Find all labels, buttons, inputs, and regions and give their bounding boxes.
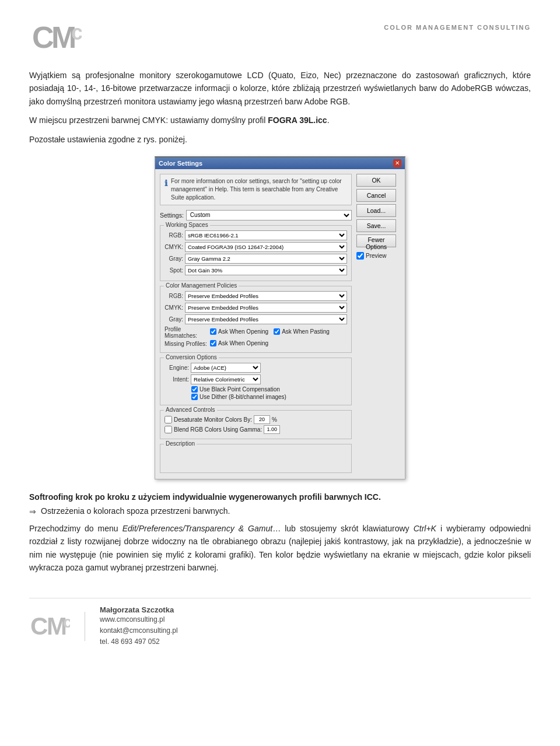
intent-label: Intent: <box>164 376 189 383</box>
conversion-title: Conversion Options <box>164 354 219 360</box>
engine-dropdown[interactable]: Adobe (ACE) <box>191 363 261 373</box>
footer-logo-icon: C M c <box>29 610 70 642</box>
logo-icon: C M c <box>29 17 82 58</box>
ok-button[interactable]: OK <box>356 174 396 187</box>
advanced-section: Advanced Controls Desaturate Monitor Col… <box>160 410 352 439</box>
arrow-item: ⇒ Ostrzeżenia o kolorach spoza przestrze… <box>29 506 531 516</box>
desaturate-row: Desaturate Monitor Colors By: % <box>164 415 347 424</box>
ask-opening-text: Ask When Opening <box>218 328 268 335</box>
desaturate-checkbox[interactable] <box>164 416 172 423</box>
ask-opening2-checkbox-label: Ask When Opening <box>210 340 268 346</box>
conversion-content: Engine: Adobe (ACE) Intent: Relative Col… <box>164 363 347 400</box>
use-dither-checkbox-label: Use Dither (8-bit/channel images) <box>191 394 347 400</box>
description-title: Description <box>164 440 197 447</box>
ask-opening2-checkbox[interactable] <box>210 340 216 346</box>
svg-text:C: C <box>32 20 54 54</box>
ws-cmyk-row: CMYK: Coated FOGRA39 (ISO 12647-2:2004) <box>164 242 347 252</box>
dialog-container: Color Settings ✕ ℹ For more information … <box>29 156 531 479</box>
cm-cmyk-label: CMYK: <box>164 304 183 311</box>
blend-input[interactable] <box>264 425 280 434</box>
profile-mismatches-row: Profile Mismatches: Ask When Opening Ask… <box>164 326 347 339</box>
blend-row: Blend RGB Colors Using Gamma: <box>164 425 347 434</box>
settings-label: Settings: <box>160 212 184 219</box>
ws-gray-row: Gray: Gray Gamma 2.2 <box>164 254 347 264</box>
use-black-checkbox-label: Use Black Point Compensation <box>191 386 347 393</box>
dialog-close-button[interactable]: ✕ <box>393 159 401 167</box>
color-management-section: Color Management Policies RGB: Preserve … <box>160 286 352 353</box>
intro-para1: Wyjątkiem są profesjonalne monitory szer… <box>29 69 531 108</box>
info-text: For more information on color settings, … <box>171 177 347 202</box>
arrow-icon: ⇒ <box>29 507 36 516</box>
dialog-titlebar: Color Settings ✕ <box>155 157 405 169</box>
settings-dropdown[interactable]: Custom <box>186 210 352 220</box>
intent-row: Intent: Relative Colorimetric <box>164 374 347 384</box>
intro-para3: Pozostałe ustawienia zgodne z rys. poniż… <box>29 133 531 146</box>
color-management-title: Color Management Policies <box>164 282 239 289</box>
profile-mismatches-label: Profile Mismatches: <box>164 326 208 339</box>
ask-pasting-checkbox[interactable] <box>274 328 280 335</box>
ask-pasting-text: Ask When Pasting <box>282 328 330 335</box>
cm-cmyk-row: CMYK: Preserve Embedded Profiles <box>164 303 347 313</box>
cm-gray-dropdown[interactable]: Preserve Embedded Profiles <box>185 314 347 324</box>
ws-rgb-label: RGB: <box>164 232 183 239</box>
fewer-options-button[interactable]: Fewer Options <box>356 234 396 247</box>
page-header: C M c COLOR MANAGEMENT CONSULTING <box>29 17 531 58</box>
working-spaces-section: Working Spaces RGB: sRGB IEC61966-2.1 CM… <box>160 225 352 281</box>
blend-label: Blend RGB Colors Using Gamma: <box>174 426 262 433</box>
preview-checkbox[interactable] <box>356 252 364 260</box>
save-button[interactable]: Save... <box>356 219 396 232</box>
footer: C M c Małgorzata Szczotka www.cmconsulti… <box>29 598 531 648</box>
cm-rgb-row: RGB: Preserve Embedded Profiles <box>164 291 347 301</box>
dialog-left-panel: ℹ For more information on color settings… <box>160 174 352 474</box>
ask-opening2-text: Ask When Opening <box>218 340 268 346</box>
cm-rgb-label: RGB: <box>164 293 183 299</box>
ws-gray-dropdown[interactable]: Gray Gamma 2.2 <box>185 254 347 264</box>
desaturate-input[interactable] <box>254 415 270 424</box>
info-box: ℹ For more information on color settings… <box>160 174 352 205</box>
desaturate-unit: % <box>272 416 277 423</box>
ws-spot-row: Spot: Dot Gain 30% <box>164 265 347 275</box>
footer-website: www.cmconsulting.pl <box>100 614 178 625</box>
missing-profiles-row: Missing Profiles: Ask When Opening <box>164 340 347 348</box>
preview-row: Preview <box>356 252 400 260</box>
ws-gray-label: Gray: <box>164 255 183 262</box>
engine-row: Engine: Adobe (ACE) <box>164 363 347 373</box>
footer-phone: tel. 48 693 497 052 <box>100 636 178 647</box>
use-dither-checkbox[interactable] <box>191 394 198 400</box>
cm-gray-label: Gray: <box>164 316 183 323</box>
ws-spot-dropdown[interactable]: Dot Gain 30% <box>185 265 347 275</box>
ask-opening-checkbox-label: Ask When Opening <box>210 328 268 335</box>
cm-cmyk-dropdown[interactable]: Preserve Embedded Profiles <box>185 303 347 313</box>
intent-dropdown[interactable]: Relative Colorimetric <box>191 374 261 384</box>
advanced-title: Advanced Controls <box>164 407 217 413</box>
svg-text:c: c <box>63 613 70 631</box>
use-black-checkbox[interactable] <box>191 386 198 393</box>
cm-rgb-dropdown[interactable]: Preserve Embedded Profiles <box>185 291 347 301</box>
dialog-right-panel: OK Cancel Load... Save... Fewer Options … <box>356 174 400 474</box>
ws-cmyk-dropdown[interactable]: Coated FOGRA39 (ISO 12647-2:2004) <box>185 242 347 252</box>
settings-row: Settings: Custom <box>160 209 352 222</box>
intro-para2: W miejscu przestrzeni barwnej CMYK: usta… <box>29 114 531 127</box>
load-button[interactable]: Load... <box>356 204 396 217</box>
color-settings-dialog: Color Settings ✕ ℹ For more information … <box>155 156 405 479</box>
blend-checkbox[interactable] <box>164 426 172 433</box>
preview-label: Preview <box>366 253 387 259</box>
dialog-content: ℹ For more information on color settings… <box>155 169 405 479</box>
use-black-text: Use Black Point Compensation <box>200 386 280 393</box>
ws-rgb-row: RGB: sRGB IEC61966-2.1 <box>164 230 347 240</box>
footer-contact: www.cmconsulting.pl kontakt@cmconsulting… <box>100 614 178 648</box>
info-icon: ℹ <box>164 178 167 190</box>
ask-opening-checkbox[interactable] <box>210 328 216 335</box>
use-dither-text: Use Dither (8-bit/channel images) <box>200 394 286 400</box>
working-spaces-content: RGB: sRGB IEC61966-2.1 CMYK: Coated FOGR… <box>164 230 347 275</box>
cancel-button[interactable]: Cancel <box>356 189 396 202</box>
para2-text: W miejscu przestrzeni barwnej CMYK: usta… <box>29 115 330 125</box>
logo-area: C M c <box>29 17 82 58</box>
final-paragraph: Przechodzimy do menu Edit/Preferences/Tr… <box>29 522 531 575</box>
bold-section: Softroofing krok po kroku z użyciem indy… <box>29 492 531 502</box>
footer-info: Małgorzata Szczotka www.cmconsulting.pl … <box>100 605 178 648</box>
desaturate-label: Desaturate Monitor Colors By: <box>174 416 252 423</box>
ws-rgb-dropdown[interactable]: sRGB IEC61966-2.1 <box>185 230 347 240</box>
ws-spot-label: Spot: <box>164 267 183 274</box>
svg-text:C: C <box>30 612 48 640</box>
